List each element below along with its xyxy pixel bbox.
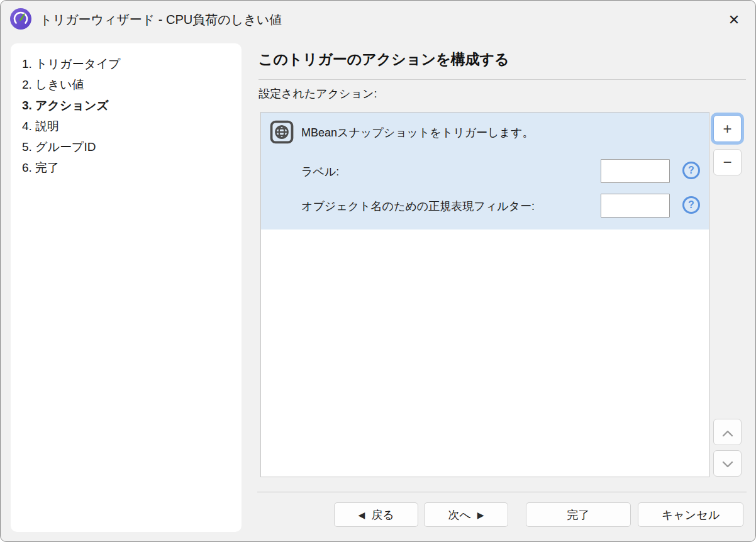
configured-actions-list: MBeanスナップショットをトリガーします。 ラベル: ? オブジェクト名のため… [260,112,709,477]
configured-actions-label: 設定されたアクション: [258,86,377,101]
label-input[interactable] [601,159,670,183]
page-title: このトリガーのアクションを構成する [258,50,509,69]
chevron-down-icon [721,455,734,472]
step-trigger-type[interactable]: 1. トリガータイプ [22,53,235,74]
titlebar: トリガーウィザード - CPU負荷のしきい値 ✕ [1,1,755,37]
step-group-id[interactable]: 5. グループID [22,136,235,157]
footer-divider [257,492,747,492]
back-button-label: 戻る [371,507,394,523]
action-list-item-mbean-snapshot[interactable]: MBeanスナップショットをトリガーします。 ラベル: ? オブジェクト名のため… [261,113,709,230]
move-down-button[interactable] [713,450,742,477]
next-button[interactable]: 次へ ▶ [424,502,508,527]
finish-button[interactable]: 完了 [526,502,631,527]
label-field-label: ラベル: [301,164,339,179]
cancel-button-label: キャンセル [662,507,720,523]
label-help-icon[interactable]: ? [682,162,700,179]
regex-filter-field-row: オブジェクト名のための正規表現フィルター: ? [261,193,709,218]
trigger-wizard-dialog: トリガーウィザード - CPU負荷のしきい値 ✕ 1. トリガータイプ 2. し… [0,0,756,542]
action-item-title: MBeanスナップショットをトリガーします。 [301,125,533,140]
regex-filter-input[interactable] [601,194,670,218]
next-button-label: 次へ [448,507,470,523]
cancel-button[interactable]: キャンセル [638,502,743,527]
back-button[interactable]: ◀ 戻る [334,502,418,527]
step-description[interactable]: 4. 説明 [22,116,235,136]
step-actions[interactable]: 3. アクションズ [22,95,235,116]
wizard-steps-panel: 1. トリガータイプ 2. しきい値 3. アクションズ 4. 説明 5. グル… [11,43,242,532]
move-up-button[interactable] [713,419,742,445]
heading-divider [258,79,746,80]
regex-filter-help-icon[interactable]: ? [682,196,700,214]
chevron-up-icon [721,423,734,441]
mission-control-app-icon [9,8,32,30]
add-action-button[interactable]: + [713,115,742,142]
step-finish[interactable]: 6. 完了 [22,157,235,178]
back-arrow-icon: ◀ [358,511,365,519]
next-arrow-icon: ▶ [477,511,484,519]
finish-button-label: 完了 [567,507,590,523]
close-button[interactable]: ✕ [721,8,747,31]
dialog-title: トリガーウィザード - CPU負荷のしきい値 [40,11,282,28]
regex-filter-label: オブジェクト名のための正規表現フィルター: [301,199,535,214]
mbean-globe-icon [270,120,294,144]
remove-action-button[interactable]: − [713,149,742,175]
label-field-row: ラベル: ? [261,158,709,184]
step-threshold[interactable]: 2. しきい値 [22,74,235,95]
